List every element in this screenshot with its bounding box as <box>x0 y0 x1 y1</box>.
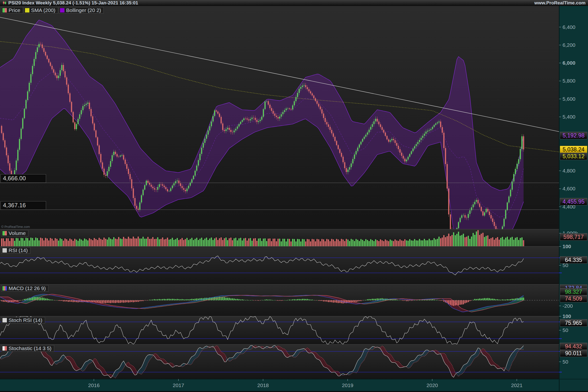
price-swatch-icon <box>2 8 7 12</box>
indicator-header-stochastic[interactable]: Stochastic (14 3 5) <box>1 345 54 352</box>
volume-label: Volume <box>8 230 26 236</box>
rsi-label: RSI (14) <box>8 248 28 253</box>
axis-value-label: 5,033.12 <box>560 153 587 160</box>
support-level-label: 4,367.16 <box>0 201 46 210</box>
chart-title: PSI20 Index Weekly 5,038.24 (-1.51%) 15-… <box>8 0 138 6</box>
stochrsi-swatch-icon <box>2 318 7 322</box>
sma-swatch-icon <box>25 8 30 12</box>
macd-swatch-icon <box>2 286 7 290</box>
volume-swatch-icon <box>2 231 7 236</box>
watermark: © ProRealTime.com <box>1 225 30 228</box>
legend-price[interactable]: Price <box>1 7 23 14</box>
indicator-header-macd[interactable]: MACD (12 26 9) <box>1 285 48 292</box>
chart-application: PSI20 Index Weekly 5,038.24 (-1.51%) 15-… <box>0 0 588 392</box>
indicator-header-volume[interactable]: Volume <box>1 230 28 236</box>
chart-surface[interactable]: 6,4006,2006,0005,8005,6005,4004,8004,600… <box>0 0 588 392</box>
site-label: www.ProRealTime.com <box>534 0 586 6</box>
candlestick-icon <box>2 0 7 5</box>
indicator-header-rsi[interactable]: RSI (14) <box>1 247 30 254</box>
bollinger-swatch-icon <box>60 8 64 12</box>
legend-price-label: Price <box>8 7 20 13</box>
indicator-header-stochrsi[interactable]: Stoch RSI (14) <box>1 317 45 324</box>
legend-sma-label: SMA (200) <box>31 7 55 13</box>
support-level-label: 4,666.00 <box>0 174 46 183</box>
macd-label: MACD (12 26 9) <box>8 286 46 291</box>
stochrsi-label: Stoch RSI (14) <box>8 317 42 323</box>
stochastic-swatch-icon <box>2 346 7 350</box>
legend-bollinger-label: Bollinger (20 2) <box>66 7 101 13</box>
price-legend: Price SMA (200) Bollinger (20 2) <box>1 7 104 14</box>
legend-bollinger[interactable]: Bollinger (20 2) <box>59 7 104 14</box>
price-axis[interactable] <box>559 6 588 379</box>
time-axis[interactable] <box>0 379 559 392</box>
rsi-swatch-icon <box>2 248 7 252</box>
title-bar: PSI20 Index Weekly 5,038.24 (-1.51%) 15-… <box>0 0 588 6</box>
axis-value-label: 4,455.95 <box>560 198 587 205</box>
legend-sma[interactable]: SMA (200) <box>24 7 58 14</box>
axis-value-label: 74.509 <box>560 295 587 302</box>
stochastic-label: Stochastic (14 3 5) <box>8 346 52 351</box>
